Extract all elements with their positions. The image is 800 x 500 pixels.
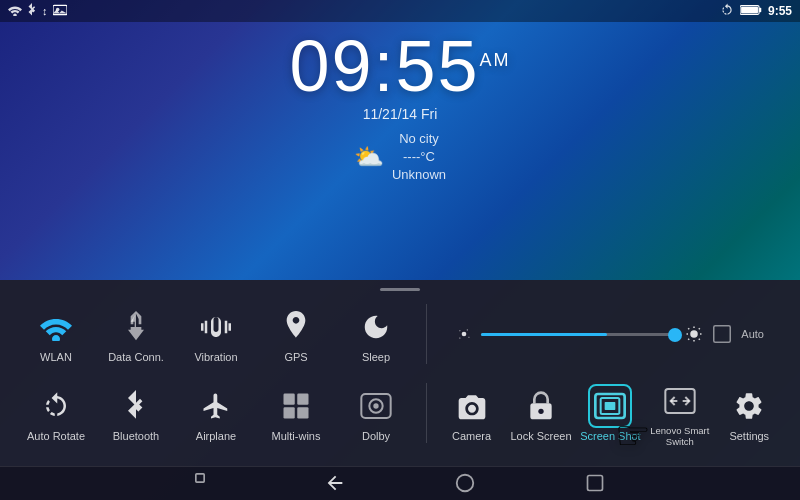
svg-point-7 xyxy=(691,330,699,338)
notification-panel: WLAN Data Conn. Vibration xyxy=(0,280,800,500)
svg-rect-24 xyxy=(588,476,603,491)
qs-dolby[interactable]: Dolby xyxy=(336,378,416,448)
quick-settings: WLAN Data Conn. Vibration xyxy=(0,295,800,466)
nav-home[interactable] xyxy=(450,468,480,498)
qs-wlan[interactable]: WLAN xyxy=(16,299,96,369)
weather-icon: ⛅ xyxy=(354,143,384,171)
qs-lenovo-smart-switch[interactable]: Lenovo SmartSwitch xyxy=(645,373,714,454)
qs-sleep-label: Sleep xyxy=(362,351,390,363)
qs-gps-label: GPS xyxy=(284,351,307,363)
qs-multi-wins[interactable]: Multi-wins xyxy=(256,378,336,448)
row2-items: Auto Rotate Bluetooth Airplane xyxy=(16,378,416,448)
brightness-high-icon xyxy=(685,325,703,343)
brightness-thumb xyxy=(668,328,682,342)
clock-widget: 09:55AM 11/21/14 Fri ⛅ No city ----°C Un… xyxy=(289,30,510,185)
panel-handle-bar xyxy=(380,288,420,291)
qs-airplane[interactable]: Airplane xyxy=(176,378,256,448)
qs-wlan-label: WLAN xyxy=(40,351,72,363)
bluetooth-status-icon xyxy=(27,3,37,19)
qs-bluetooth[interactable]: Bluetooth xyxy=(96,378,176,448)
svg-rect-10 xyxy=(297,394,308,405)
brightness-fill xyxy=(481,333,607,336)
weather-temp: ----°C xyxy=(392,148,446,166)
clock-time: 09:55AM xyxy=(289,30,510,102)
qs-camera-label: Camera xyxy=(452,430,491,442)
battery-icon xyxy=(740,4,762,18)
brightness-auto-border-icon xyxy=(713,325,731,343)
svg-rect-11 xyxy=(284,408,295,419)
qs-screen-shot[interactable]: Screen Shot xyxy=(576,378,645,448)
qs-camera[interactable]: Camera xyxy=(437,378,506,448)
panel-handle[interactable] xyxy=(0,280,800,295)
brightness-label: Auto xyxy=(741,328,764,340)
image-status-icon xyxy=(53,4,67,18)
svg-point-15 xyxy=(373,404,378,409)
status-time: 9:55 xyxy=(768,4,792,18)
qs-data-conn[interactable]: Data Conn. xyxy=(96,299,176,369)
svg-rect-3 xyxy=(741,7,758,14)
nav-recent-apps[interactable] xyxy=(190,468,220,498)
qs-multi-wins-label: Multi-wins xyxy=(272,430,321,442)
weather-widget: ⛅ No city ----°C Unknown xyxy=(289,130,510,185)
status-icons-left: ↕ xyxy=(8,3,67,19)
row1-items: WLAN Data Conn. Vibration xyxy=(16,299,416,369)
qs-lenovo-label: Lenovo SmartSwitch xyxy=(650,425,709,448)
qs-vibration-label: Vibration xyxy=(194,351,237,363)
svg-point-17 xyxy=(538,409,543,414)
qs-auto-rotate[interactable]: Auto Rotate xyxy=(16,378,96,448)
nav-back[interactable] xyxy=(320,468,350,498)
quick-settings-row-1: WLAN Data Conn. Vibration xyxy=(16,299,784,369)
weather-condition: Unknown xyxy=(392,166,446,184)
qs-sleep[interactable]: Sleep xyxy=(336,299,416,369)
qs-dolby-label: Dolby xyxy=(362,430,390,442)
qs-data-conn-label: Data Conn. xyxy=(108,351,164,363)
weather-info: No city ----°C Unknown xyxy=(392,130,446,185)
svg-rect-8 xyxy=(714,326,731,343)
svg-point-23 xyxy=(457,475,474,492)
wifi-status-icon xyxy=(8,4,22,18)
svg-rect-4 xyxy=(759,8,761,12)
clock-ampm: AM xyxy=(480,50,511,70)
qs-lock-screen[interactable]: Lock Screen xyxy=(506,378,575,448)
qs-vibration[interactable]: Vibration xyxy=(176,299,256,369)
weather-city: No city xyxy=(392,130,446,148)
clock-date: 11/21/14 Fri xyxy=(289,106,510,122)
brightness-low-icon xyxy=(457,327,471,341)
svg-rect-20 xyxy=(605,402,616,410)
screen-rotate-icon xyxy=(720,3,734,19)
svg-rect-12 xyxy=(297,408,308,419)
qs-airplane-label: Airplane xyxy=(196,430,236,442)
brightness-slider[interactable] xyxy=(481,333,675,336)
svg-point-6 xyxy=(462,332,467,337)
usb-status-icon: ↕ xyxy=(42,5,48,17)
qs-gps[interactable]: GPS xyxy=(256,299,336,369)
nav-recents[interactable] xyxy=(580,468,610,498)
qs-lock-screen-label: Lock Screen xyxy=(510,430,571,442)
qs-screen-shot-label: Screen Shot xyxy=(580,430,641,442)
svg-rect-9 xyxy=(284,394,295,405)
quick-settings-row-2: Auto Rotate Bluetooth Airplane xyxy=(16,373,784,454)
brightness-area: Auto xyxy=(437,325,784,343)
svg-rect-22 xyxy=(196,474,204,482)
qs-divider-2 xyxy=(426,383,427,443)
status-icons-right: 9:55 xyxy=(720,3,792,19)
status-bar: ↕ 9:55 xyxy=(0,0,800,22)
qs-divider-1 xyxy=(426,304,427,364)
qs-auto-rotate-label: Auto Rotate xyxy=(27,430,85,442)
qs-settings-label: Settings xyxy=(729,430,769,442)
nav-bar xyxy=(0,466,800,500)
qs-bluetooth-label: Bluetooth xyxy=(113,430,159,442)
qs-settings[interactable]: Settings xyxy=(715,378,784,448)
